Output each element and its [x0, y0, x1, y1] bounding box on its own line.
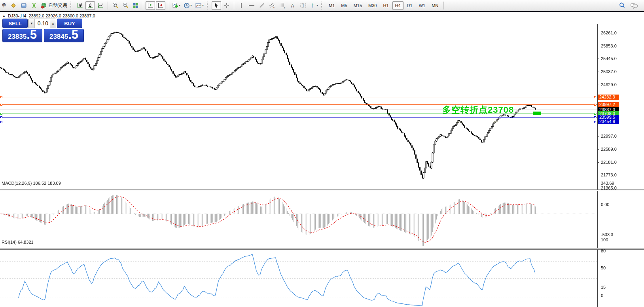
bar-chart-icon — [77, 2, 83, 9]
line-handle[interactable] — [594, 113, 596, 115]
timeframe-d1[interactable]: D1 — [404, 1, 415, 10]
line-handle[interactable] — [594, 104, 596, 106]
svg-text:F: F — [284, 7, 286, 9]
price-axis-label: 24629.0 — [601, 82, 617, 87]
zoom-out-button[interactable] — [121, 1, 130, 10]
toolbar-right-icons — [617, 1, 642, 10]
volume-increase-button[interactable]: ▲ — [50, 19, 56, 28]
price-axis-label: 25445.0 — [601, 56, 617, 61]
auto-scroll-icon — [147, 2, 153, 9]
indicators-button[interactable]: ▾ — [170, 1, 182, 10]
new-order-icon — [10, 2, 17, 9]
bar-chart-button[interactable] — [75, 1, 85, 10]
toolbar-grip — [321, 2, 324, 9]
line-handle[interactable] — [0, 121, 2, 123]
price-tag: 23997.2 — [598, 102, 619, 107]
svg-text:E: E — [273, 6, 275, 9]
crosshair-icon — [224, 2, 230, 9]
timeframe-h1[interactable]: H1 — [380, 1, 391, 10]
price-axis-label: 22589.0 — [601, 147, 617, 152]
macd-axis-zero: 0.00 — [601, 202, 609, 207]
trendline-button[interactable] — [257, 1, 267, 10]
line-handle[interactable] — [0, 96, 2, 98]
vertical-line-button[interactable] — [237, 1, 246, 10]
templates-button[interactable]: ▾ — [194, 1, 205, 10]
line-handle[interactable] — [0, 116, 2, 118]
horizontal-line-icon — [248, 2, 255, 9]
price-axis-tick — [597, 72, 599, 72]
line-chart-button[interactable] — [96, 1, 105, 10]
horizontal-line-object[interactable] — [0, 117, 597, 117]
rsi-header: RSI(14) 64.8321 — [2, 240, 34, 244]
macd-panel[interactable] — [0, 191, 597, 248]
crosshair-button[interactable] — [222, 1, 231, 10]
rsi-axis-label: 100 — [601, 237, 608, 242]
timeframe-m15[interactable]: M15 — [351, 1, 365, 10]
chat-button[interactable] — [629, 1, 639, 10]
fibonacci-icon: F — [279, 2, 286, 9]
clock-icon — [184, 2, 190, 9]
autotrading-button[interactable]: 自动交易 — [40, 1, 68, 10]
line-handle[interactable] — [594, 121, 596, 123]
line-handle[interactable] — [0, 104, 2, 106]
price-axis-tick — [597, 33, 599, 33]
equidistant-channel-icon: E — [269, 2, 276, 9]
zoom-out-icon — [122, 2, 129, 9]
timeframe-h4[interactable]: H4 — [392, 1, 403, 10]
candlestick-chart-button[interactable] — [85, 1, 95, 10]
line-handle[interactable] — [594, 116, 596, 118]
horizontal-line-button[interactable] — [247, 1, 256, 10]
zoom-in-button[interactable] — [110, 1, 120, 10]
fibonacci-button[interactable]: F — [278, 1, 287, 10]
cursor-button[interactable] — [212, 1, 221, 10]
line-handle[interactable] — [0, 113, 2, 115]
line-handle[interactable] — [594, 96, 596, 98]
collapse-triangle-icon[interactable]: ▲ — [2, 14, 6, 18]
toolbar-separator — [168, 2, 168, 9]
chart-symbol-period: DJ30-,H4 — [8, 13, 26, 18]
text-label-button[interactable]: T — [298, 1, 308, 10]
new-order-button[interactable] — [9, 1, 18, 10]
arrows-button[interactable]: ▾ — [309, 1, 319, 10]
candlestick-chart-icon — [87, 2, 93, 9]
volume-stepper: ▼ 0.10 ▲ — [28, 19, 56, 28]
main-toolbar: 单 自动交易 — [0, 0, 644, 11]
timeframe-m1[interactable]: M1 — [326, 1, 337, 10]
price-axis-tick — [597, 149, 599, 150]
periods-button[interactable]: ▾ — [182, 1, 193, 10]
price-axis-label: 26261.0 — [601, 30, 617, 35]
toolbar-grip — [70, 2, 73, 9]
autotrading-icon — [41, 2, 47, 9]
volume-input[interactable]: 0.10 — [35, 19, 50, 28]
timeframe-w1[interactable]: W1 — [416, 1, 428, 10]
timeframe-m5[interactable]: M5 — [338, 1, 350, 10]
svg-text:T: T — [302, 4, 304, 8]
tile-windows-button[interactable] — [131, 1, 140, 10]
terminal-button[interactable] — [19, 1, 28, 10]
timeframe-mn[interactable]: MN — [429, 1, 441, 10]
rsi-panel[interactable] — [0, 250, 597, 307]
price-marker-dash[interactable] — [533, 112, 541, 115]
timeframe-group: M1M5M15M30H1H4D1W1MN — [326, 1, 441, 10]
buy-button[interactable]: BUY — [57, 19, 82, 28]
sell-button[interactable]: SELL — [2, 19, 28, 28]
indicators-icon — [172, 2, 178, 9]
chart-shift-button[interactable] — [156, 1, 165, 10]
horizontal-line-object[interactable] — [0, 122, 597, 122]
auto-scroll-button[interactable] — [146, 1, 155, 10]
trendline-icon — [259, 2, 265, 9]
arrows-icon — [310, 2, 316, 9]
volume-decrease-button[interactable]: ▼ — [29, 19, 35, 28]
search-button[interactable] — [617, 1, 627, 10]
price-tag: 23454.9 — [598, 119, 619, 124]
rsi-axis-label: 15 — [601, 285, 606, 290]
signals-button[interactable] — [29, 1, 39, 10]
timeframe-m30[interactable]: M30 — [366, 1, 379, 10]
text-button[interactable]: A — [288, 1, 297, 10]
horizontal-line-object[interactable] — [0, 97, 597, 97]
signal-icon — [31, 2, 37, 9]
menu-fragment[interactable]: 单 — [2, 2, 6, 9]
equidistant-channel-button[interactable]: E — [267, 1, 277, 10]
chart-text-annotation[interactable]: 多空转折点23708 — [442, 104, 514, 116]
toolbar-separator — [234, 2, 234, 9]
